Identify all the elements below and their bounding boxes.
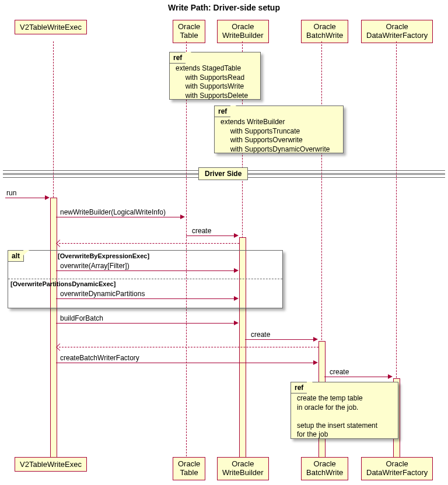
participant-oracletable-top: OracleTable: [173, 20, 205, 43]
arrow-return-writebuilder: [59, 243, 239, 244]
ref-oraclewritebuilder-extends: ref extends WriteBuilder with SupportsTr…: [214, 106, 344, 153]
participant-v2tablewriteexec-bottom: V2TableWriteExec: [15, 457, 87, 472]
arrowhead-create-datawriterfactory: [388, 374, 393, 379]
alt-box: alt [OverwriteByExpressionExec] [Overwri…: [8, 250, 283, 308]
arrow-create-writebuilder: [186, 236, 235, 236]
arrowhead-newwritebuilder: [180, 215, 185, 219]
arrow-createbatchwriterfactory: [56, 363, 314, 363]
participant-oracledatawriterfactory-bottom: OracleDataWriterFactory: [361, 457, 433, 480]
ref-oracletable-extends: ref extends StagedTable with SupportsRea…: [169, 52, 261, 100]
diagram-title: Write Path: Driver-side setup: [3, 3, 445, 12]
arrow-return-batchwrite: [59, 347, 318, 347]
participant-oraclebatchwrite-top: OracleBatchWrite: [301, 20, 348, 43]
alt-tab: alt: [8, 250, 24, 262]
ref-tab: ref: [290, 382, 307, 393]
alt-guard-2: [OverwritePartitionsDynamicExec]: [10, 280, 116, 287]
participant-oraclebatchwrite-bottom: OracleBatchWrite: [301, 457, 348, 480]
ref-content: create the temp table in oracle for the …: [291, 382, 398, 443]
alt-guard-1: [OverwriteByExpressionExec]: [58, 252, 149, 259]
arrow-create-batchwrite: [245, 339, 314, 340]
arrowhead-return-batchwrite: [56, 343, 64, 351]
participant-oracledatawriterfactory-top: OracleDataWriterFactory: [361, 20, 433, 43]
arrowhead-return-writebuilder: [56, 240, 64, 247]
ref-temp-table: ref create the temp table in oracle for …: [290, 382, 398, 439]
msg-overwritedyn: overwriteDynamicPartitions: [60, 290, 145, 298]
arrow-run: [5, 198, 46, 198]
arrowhead-run: [45, 195, 50, 200]
arrowhead-create-batchwrite: [313, 337, 318, 342]
arrowhead-overwrite: [234, 268, 239, 273]
divider-driver-side: Driver Side: [198, 167, 248, 180]
arrow-overwrite: [56, 270, 235, 271]
msg-overwrite: overwrite(Array[Filter]): [60, 262, 130, 270]
alt-divider: [8, 279, 282, 279]
participant-oracletable-bottom: OracleTable: [173, 457, 205, 480]
msg-buildforbatch: buildForBatch: [60, 314, 103, 322]
msg-create-batchwrite: create: [251, 331, 270, 339]
ref-content: extends WriteBuilder with SupportsTrunca…: [215, 106, 343, 157]
msg-newwritebuilder: newWriteBuilder(LogicalWriteInfo): [60, 208, 166, 216]
participant-oraclewritebuilder-bottom: OracleWriteBuilder: [217, 457, 269, 480]
ref-tab: ref: [169, 52, 186, 64]
arrow-newwritebuilder: [56, 217, 181, 217]
arrowhead-createbatchwriterfactory: [313, 360, 318, 365]
msg-run: run: [6, 189, 16, 197]
activation-v2tablewriteexec: [50, 198, 57, 458]
arrow-create-datawriterfactory: [324, 377, 389, 377]
participant-v2tablewriteexec-top: V2TableWriteExec: [15, 20, 87, 34]
arrow-buildforbatch: [56, 323, 235, 324]
participant-oraclewritebuilder-top: OracleWriteBuilder: [217, 20, 269, 43]
arrowhead-overwritedyn: [234, 296, 239, 301]
ref-tab: ref: [214, 106, 230, 117]
sequence-diagram: V2TableWriteExec OracleTable OracleWrite…: [3, 17, 445, 483]
msg-create-datawriterfactory: create: [330, 368, 349, 376]
msg-create-writebuilder: create: [192, 227, 211, 235]
arrow-overwritedyn: [56, 298, 235, 299]
arrowhead-buildforbatch: [234, 321, 239, 325]
msg-createbatchwriterfactory: createBatchWriterFactory: [60, 354, 139, 362]
arrowhead-create-writebuilder: [234, 233, 239, 238]
